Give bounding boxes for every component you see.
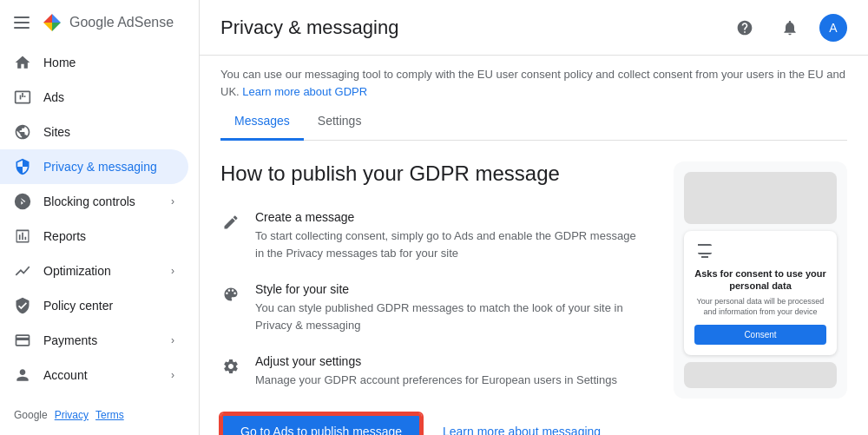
optimization-icon (14, 262, 31, 280)
sidebar-item-policy-center[interactable]: Policy center (0, 288, 188, 323)
sites-icon (14, 123, 31, 141)
menu-button[interactable] (14, 16, 30, 29)
tabs: Messages Settings (220, 103, 847, 141)
account-expand-icon: › (171, 369, 174, 381)
sidebar-item-sites[interactable]: Sites (0, 115, 188, 149)
left-content: How to publish your GDPR message Create … (220, 161, 639, 435)
sidebar-item-blocking-label: Blocking controls (43, 194, 135, 208)
home-icon (14, 54, 31, 71)
gdpr-notice: You can use our messaging tool to comply… (220, 56, 847, 103)
sidebar-item-ads-label: Ads (43, 90, 64, 104)
preview-consent-button[interactable]: Consent (694, 325, 826, 345)
step-list: Create a message To start collecting con… (220, 210, 639, 389)
action-row: Go to Ads to publish message Learn more … (220, 413, 639, 436)
reports-icon (14, 227, 31, 245)
tab-settings[interactable]: Settings (304, 103, 376, 141)
sidebar-item-optimization[interactable]: Optimization › (0, 254, 188, 288)
sidebar-item-sites-label: Sites (43, 125, 70, 139)
account-icon (14, 366, 31, 384)
step-style-title: Style for your site (255, 282, 639, 296)
sidebar-item-account-label: Account (43, 368, 88, 382)
sidebar-item-account[interactable]: Account › (0, 358, 188, 392)
step-create-text: Create a message To start collecting con… (255, 210, 639, 261)
preview-card: Asks for consent to use your personal da… (684, 231, 837, 355)
monitor-icon (694, 241, 826, 262)
blocking-icon (14, 193, 31, 210)
preview-card-title: Asks for consent to use your personal da… (694, 267, 826, 293)
learn-more-link[interactable]: Learn more about messaging (443, 425, 601, 436)
ads-icon (14, 89, 31, 106)
tab-messages[interactable]: Messages (220, 103, 304, 141)
step-create: Create a message To start collecting con… (220, 210, 639, 261)
payments-expand-icon: › (171, 334, 174, 346)
sidebar-item-privacy-label: Privacy & messaging (43, 160, 157, 174)
optimization-expand-icon: › (171, 265, 174, 277)
sidebar-header: Google AdSense (0, 0, 199, 45)
sidebar-item-policy-label: Policy center (43, 299, 113, 313)
notice-link[interactable]: Learn more about GDPR (242, 85, 367, 98)
publish-button[interactable]: Go to Ads to publish message (220, 413, 422, 436)
sidebar-item-home-label: Home (43, 56, 76, 69)
step-settings-title: Adjust your settings (255, 354, 617, 368)
sidebar-footer: Google Privacy Terms (0, 402, 199, 428)
sidebar-item-home[interactable]: Home (0, 45, 188, 80)
step-style-desc: You can style published GDPR messages to… (255, 300, 639, 333)
preview-phone-top (684, 172, 837, 224)
sidebar-item-optimization-label: Optimization (43, 264, 111, 278)
footer-brand: Google (14, 409, 48, 421)
help-icon (736, 19, 753, 36)
sidebar-item-payments-label: Payments (43, 333, 97, 347)
sidebar-item-privacy-messaging[interactable]: Privacy & messaging (0, 149, 188, 184)
preview-card-text: Your personal data will be processed and… (694, 296, 826, 318)
topbar: Privacy & messaging A (200, 0, 868, 56)
sidebar-item-blocking-controls[interactable]: Blocking controls › (0, 184, 188, 219)
privacy-icon (14, 158, 31, 175)
sidebar: Google AdSense Home Ads Sites Privacy & … (0, 0, 200, 435)
sidebar-item-ads[interactable]: Ads (0, 80, 188, 115)
sidebar-item-payments[interactable]: Payments › (0, 323, 188, 358)
footer-privacy-link[interactable]: Privacy (55, 409, 89, 421)
step-create-desc: To start collecting consent, simply go t… (255, 227, 639, 261)
step-style-text: Style for your site You can style publis… (255, 282, 639, 333)
sidebar-item-reports[interactable]: Reports (0, 219, 188, 254)
gdpr-page-title: How to publish your GDPR message (220, 161, 639, 186)
step-settings-text: Adjust your settings Manage your GDPR ac… (255, 354, 617, 389)
preview-container: Asks for consent to use your personal da… (674, 161, 847, 399)
help-button[interactable] (729, 12, 760, 43)
logo-text: Google AdSense (69, 15, 174, 30)
footer-terms-link[interactable]: Terms (95, 409, 124, 421)
step-style: Style for your site You can style publis… (220, 282, 639, 333)
step-settings: Adjust your settings Manage your GDPR ac… (220, 354, 639, 389)
page-title: Privacy & messaging (220, 16, 398, 39)
style-icon (220, 284, 241, 305)
topbar-actions: A (729, 12, 847, 43)
notifications-icon (781, 19, 799, 36)
step-settings-desc: Manage your GDPR account preferences for… (255, 372, 617, 389)
logo: Google AdSense (40, 10, 174, 35)
settings-icon (220, 356, 241, 377)
content-area: You can use our messaging tool to comply… (200, 56, 868, 435)
gdpr-preview: Asks for consent to use your personal da… (674, 161, 847, 399)
notifications-button[interactable] (774, 12, 806, 43)
preview-phone-bottom (684, 362, 837, 388)
blocking-expand-icon: › (171, 195, 174, 208)
avatar[interactable]: A (819, 14, 847, 42)
payments-icon (14, 332, 31, 349)
step-create-title: Create a message (255, 210, 639, 224)
pencil-icon (220, 212, 241, 233)
policy-icon (14, 297, 31, 314)
main-area: Privacy & messaging A You can use our me… (200, 0, 868, 435)
google-adsense-logo-icon (40, 10, 64, 35)
page-content: How to publish your GDPR message Create … (220, 161, 847, 435)
sidebar-item-reports-label: Reports (43, 229, 86, 243)
